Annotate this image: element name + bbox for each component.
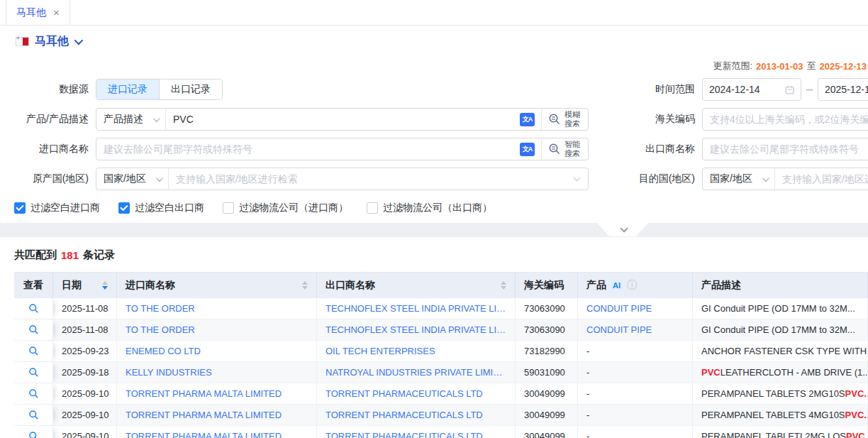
search-icon	[548, 113, 561, 126]
row-description: PERAMPANEL TABLETS 2MG10S PVC...	[693, 383, 868, 404]
checkbox-filter-logistics-importer[interactable]: 过滤物流公司（进口商）	[223, 202, 348, 214]
view-magnifier-icon	[28, 410, 39, 420]
row-hs-code: 73063090	[516, 298, 578, 319]
row-exporter: NATROYAL INDUSTRIES PRIVATE LIMITED	[317, 362, 516, 383]
fuzzy-search-button[interactable]: 模糊搜索	[541, 109, 588, 130]
product-link[interactable]: CONDUIT PIPE	[586, 324, 652, 335]
product-link[interactable]: CONDUIT PIPE	[586, 303, 652, 314]
results-panel: 共匹配到 181 条记录 查看 日期 进口商名称 出口商名称 海关编码	[0, 237, 868, 438]
results-summary: 共匹配到 181 条记录	[14, 248, 868, 262]
smart-search-button[interactable]: 智能搜索	[541, 138, 588, 160]
datasource-tab-export[interactable]: 出口记录	[159, 80, 222, 99]
view-button[interactable]	[14, 383, 53, 404]
importer-link[interactable]: TORRENT PHARMA MALTA LIMITED	[126, 388, 282, 399]
table-row: 2025-09-10TORRENT PHARMA MALTA LIMITEDTO…	[14, 405, 868, 426]
importer-link[interactable]: TORRENT PHARMA MALTA LIMITED	[126, 431, 282, 438]
exporter-link[interactable]: NATROYAL INDUSTRIES PRIVATE LIMITED	[326, 367, 506, 378]
view-magnifier-icon	[28, 431, 39, 438]
importer-link[interactable]: TORRENT PHARMA MALTA LIMITED	[126, 410, 282, 420]
search-icon	[548, 143, 561, 155]
checkbox-icon	[367, 202, 378, 214]
tab-label: 马耳他	[16, 6, 46, 19]
view-button[interactable]	[14, 405, 53, 425]
exporter-link[interactable]: OIL TECH ENTERPRISES	[326, 346, 435, 356]
fuzzy-search-label: 模糊搜索	[564, 110, 582, 128]
row-product: CONDUIT PIPE	[578, 298, 693, 319]
datasource-toggle: 进口记录 出口记录	[96, 79, 223, 100]
row-product-empty: -	[586, 388, 589, 399]
time-range-label: 时间范围	[589, 83, 702, 96]
product-type-select[interactable]: 产品描述	[96, 109, 166, 130]
row-date: 2025-11-08	[53, 319, 117, 340]
view-button[interactable]	[14, 341, 53, 361]
importer-link[interactable]: ENEMED CO LTD	[126, 346, 201, 356]
importer-label: 进口商名称	[0, 143, 96, 155]
country-dropdown[interactable]	[74, 35, 81, 48]
view-button[interactable]	[14, 426, 53, 438]
header-importer[interactable]: 进口商名称	[117, 273, 317, 298]
view-button[interactable]	[14, 319, 53, 340]
row-description: PERAMPANEL TABLETL2MG LOS PVC...	[693, 426, 868, 438]
importer-link[interactable]: TO THE ORDER	[126, 303, 195, 314]
importer-name-input[interactable]	[96, 143, 520, 155]
update-range-to: 2025-12-13	[820, 61, 867, 72]
exporter-name-input[interactable]	[703, 143, 868, 155]
update-range-to-word: 至	[807, 60, 816, 72]
row-date: 2025-09-10	[53, 405, 117, 425]
calendar-icon	[785, 84, 794, 95]
date-start-box	[702, 78, 801, 101]
checkbox-filter-blank-exporter[interactable]: 过滤空白出口商	[118, 202, 204, 214]
row-hs-code: 30049099	[516, 383, 578, 404]
filter-row-datasource: 数据源 进口记录 出口记录 时间范围 –	[0, 78, 868, 101]
destination-country-input[interactable]	[775, 173, 868, 185]
exporter-link[interactable]: TORRENT PHARMACEUTICALS LTD	[326, 388, 483, 399]
exporter-link[interactable]: TECHNOFLEX STEEL INDIA PRIVATE LIMITED	[326, 303, 506, 314]
destination-type-select[interactable]: 国家/地区	[703, 168, 775, 190]
view-button[interactable]	[14, 298, 53, 319]
filter-row-origin: 原产国(地区) 国家/地区 目的国(地区) 国家/地区	[0, 168, 868, 190]
table-body: 2025-11-08TO THE ORDERTECHNOFLEX STEEL I…	[14, 298, 868, 438]
hs-code-input[interactable]	[703, 114, 868, 125]
date-end-input[interactable]	[825, 84, 868, 95]
row-exporter: OIL TECH ENTERPRISES	[317, 341, 516, 361]
header-date[interactable]: 日期	[53, 273, 117, 298]
product-search-input[interactable]	[166, 114, 520, 125]
exporter-link[interactable]: TORRENT PHARMACEUTICALS LTD	[326, 431, 483, 438]
row-importer: TORRENT PHARMA MALTA LIMITED	[117, 405, 317, 425]
header-exporter[interactable]: 出口商名称	[317, 273, 516, 298]
importer-link[interactable]: KELLY INDUSTRIES	[126, 367, 212, 378]
checkbox-filter-blank-importer[interactable]: 过滤空白进口商	[14, 202, 100, 214]
sort-icon[interactable]	[302, 281, 308, 290]
row-date: 2025-09-10	[53, 383, 117, 404]
row-product-empty: -	[586, 367, 589, 378]
translate-icon[interactable]: 文A	[520, 143, 535, 156]
row-product: -	[578, 341, 693, 361]
close-icon[interactable]: ×	[53, 7, 60, 18]
origin-type-select[interactable]: 国家/地区	[96, 168, 169, 190]
view-magnifier-icon	[28, 324, 39, 335]
exporter-link[interactable]: TECHNOFLEX STEEL INDIA PRIVATE LIMITED	[326, 324, 506, 335]
header-view: 查看	[14, 273, 53, 298]
datasource-tab-import[interactable]: 进口记录	[96, 80, 159, 99]
header-product: 产品 AI ⓘ	[578, 273, 693, 298]
sort-icon[interactable]	[501, 281, 506, 290]
row-exporter: TORRENT PHARMACEUTICALS LTD	[317, 426, 516, 438]
app-window: 马耳他 × 马耳他 更新范围: 2013-01-03 至 2025-12-13 …	[0, 0, 868, 438]
row-importer: TO THE ORDER	[117, 298, 317, 319]
row-exporter: TORRENT PHARMACEUTICALS LTD	[317, 405, 516, 425]
origin-country-input[interactable]	[169, 173, 570, 185]
view-button[interactable]	[14, 362, 53, 383]
translate-icon[interactable]: 文A	[520, 113, 535, 126]
checkbox-filter-logistics-exporter[interactable]: 过滤物流公司（出口商）	[367, 202, 492, 214]
date-start-input[interactable]	[709, 84, 785, 95]
date-separator: –	[806, 83, 813, 96]
update-range-label: 更新范围:	[713, 60, 752, 72]
sort-icon[interactable]	[102, 281, 108, 290]
row-importer: TORRENT PHARMA MALTA LIMITED	[117, 383, 317, 404]
table-row: 2025-11-08TO THE ORDERTECHNOFLEX STEEL I…	[14, 319, 868, 341]
importer-link[interactable]: TO THE ORDER	[126, 324, 195, 335]
exporter-link[interactable]: TORRENT PHARMACEUTICALS LTD	[326, 410, 483, 420]
info-icon[interactable]: ⓘ	[627, 279, 637, 292]
tab-malta[interactable]: 马耳他 ×	[6, 0, 70, 25]
tab-bar: 马耳他 ×	[0, 0, 868, 26]
